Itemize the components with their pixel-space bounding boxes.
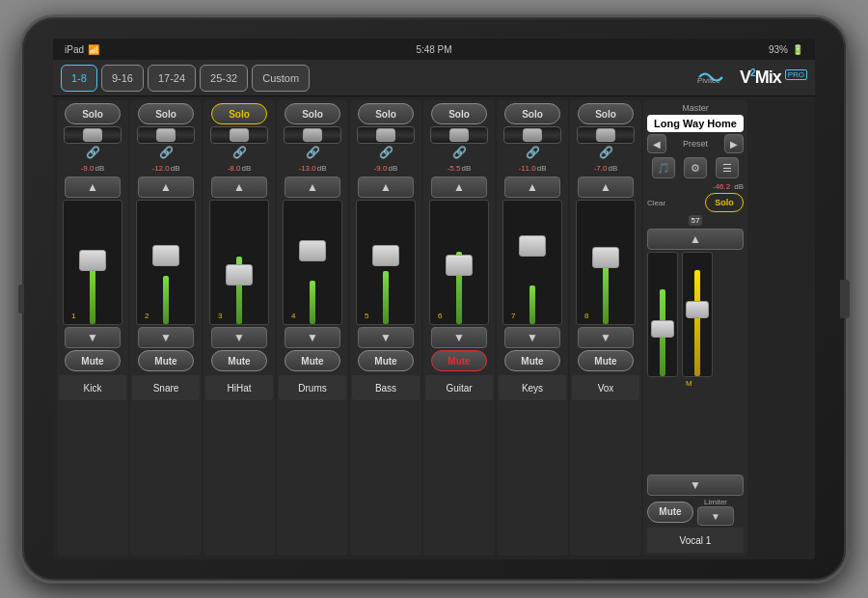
pan-slider-4[interactable] [284,126,341,144]
eq-icon-btn[interactable]: 🎵 [652,157,675,178]
channel-number-1: 1 [71,312,75,320]
fader-down-btn-5[interactable]: ▼ [358,327,414,348]
mute-btn-1[interactable]: Mute [65,350,121,371]
fader-up-btn-2[interactable]: ▲ [138,177,194,198]
mute-btn-6[interactable]: Mute [431,350,487,371]
mute-btn-8[interactable]: Mute [578,350,634,371]
pan-thumb-7 [523,128,542,142]
tab-17-24[interactable]: 17-24 [148,65,196,92]
master-fader-down-btn[interactable]: ▼ [647,475,744,496]
mute-btn-2[interactable]: Mute [138,350,194,371]
master-fader-thumb-2[interactable] [686,301,709,318]
master-fader-track-2[interactable] [682,252,713,377]
mute-btn-5[interactable]: Mute [358,350,414,371]
link-icon-1: 🔗 [86,146,100,159]
master-fader-track-1[interactable] [647,252,678,377]
fader-thumb-2[interactable] [152,245,179,266]
fader-track-2[interactable]: 2 [136,200,196,325]
fader-track-8[interactable]: 8 [576,200,636,325]
fader-down-btn-1[interactable]: ▼ [65,327,121,348]
solo-btn-1[interactable]: Solo [65,103,121,124]
pan-slider-5[interactable] [357,126,415,144]
channel-label-4: Drums [279,375,346,400]
fader-thumb-4[interactable] [299,240,326,261]
fader-thumb-6[interactable] [446,255,473,276]
pan-slider-1[interactable] [64,126,122,144]
preset-prev-btn[interactable]: ◀ [647,134,666,153]
channel-label-8: Vox [572,375,639,400]
fader-up-btn-5[interactable]: ▲ [358,177,414,198]
fader-up-btn-7[interactable]: ▲ [504,177,560,198]
channel-label-5: Bass [352,375,420,400]
db-label-6: -5.5 dB [448,161,472,175]
preset-next-btn[interactable]: ▶ [724,134,744,153]
solo-btn-8[interactable]: Solo [578,103,634,124]
fader-down-btn-2[interactable]: ▼ [138,327,194,348]
fader-thumb-5[interactable] [372,245,399,266]
fader-up-btn-3[interactable]: ▲ [211,177,267,198]
tab-25-32[interactable]: 25-32 [200,65,248,92]
level-bar-7 [529,285,535,324]
fader-thumb-1[interactable] [79,250,106,271]
fader-track-4[interactable]: 4 [283,200,342,325]
solo-btn-3[interactable]: Solo [211,103,267,124]
fader-down-btn-6[interactable]: ▼ [431,327,487,348]
menu-icon-btn[interactable]: ☰ [716,157,739,178]
master-mute-btn[interactable]: Mute [647,502,693,523]
limiter-label: Limiter [704,498,727,506]
mute-btn-3[interactable]: Mute [211,350,267,371]
fader-track-1[interactable]: 1 [63,200,122,325]
fader-track-3[interactable]: 3 [209,200,269,325]
fader-thumb-7[interactable] [519,235,546,257]
fader-up-btn-1[interactable]: ▲ [65,177,121,198]
fader-down-btn-8[interactable]: ▼ [578,327,634,348]
channel-label-6: Guitar [425,375,493,400]
mute-btn-4[interactable]: Mute [285,350,340,371]
fader-down-btn-3[interactable]: ▼ [211,327,267,348]
solo-btn-4[interactable]: Solo [285,103,340,124]
fader-track-5[interactable]: 5 [356,200,416,325]
pan-thumb-5 [376,128,395,142]
pivitec-logo: Pivitec [697,68,736,88]
ipad-device: iPad 📶 5:48 PM 93% 🔋 1-8 9-16 17-24 [19,14,849,584]
fader-track-7[interactable]: 7 [502,200,562,325]
home-button[interactable] [840,280,850,318]
pan-slider-2[interactable] [137,126,195,144]
fader-up-btn-8[interactable]: ▲ [578,177,634,198]
pan-slider-8[interactable] [577,126,635,144]
svg-text:Pivitec: Pivitec [697,76,720,85]
fader-up-btn-6[interactable]: ▲ [431,177,487,198]
pan-slider-3[interactable] [210,126,268,144]
master-solo-btn[interactable]: Solo [705,193,744,212]
fader-up-btn-4[interactable]: ▲ [285,177,340,198]
pan-slider-7[interactable] [503,126,561,144]
solo-btn-2[interactable]: Solo [138,103,194,124]
pan-thumb-2 [156,128,176,142]
fader-down-btn-7[interactable]: ▼ [504,327,560,348]
fader-thumb-3[interactable] [226,264,253,285]
solo-btn-7[interactable]: Solo [504,103,560,124]
fader-down-btn-4[interactable]: ▼ [285,327,340,348]
tab-9-16[interactable]: 9-16 [101,65,144,92]
num-badge: 57 [689,215,703,226]
limiter-btn[interactable]: ▼ [697,506,734,526]
master-fader-up-btn[interactable]: ▲ [647,229,744,250]
channel-number-8: 8 [584,312,588,320]
tab-custom[interactable]: Custom [252,65,310,92]
volume-button[interactable] [18,285,24,313]
pan-slider-6[interactable] [430,126,488,144]
master-panel: Master Long Way Home ◀ Preset ▶ 🎵 ⚙ ☰ -4… [643,100,747,556]
fader-thumb-8[interactable] [592,247,619,268]
mute-btn-7[interactable]: Mute [504,350,560,371]
fader-track-6[interactable]: 6 [429,200,489,325]
channel-strip-7: Solo 🔗 -11.0 dB ▲ 7 ▼ Mute Keys [497,100,568,556]
solo-btn-5[interactable]: Solo [358,103,414,124]
settings-icon-btn[interactable]: ⚙ [684,157,707,178]
master-fader-thumb-1[interactable] [651,320,674,338]
tab-1-8[interactable]: 1-8 [61,65,97,92]
solo-btn-6[interactable]: Solo [431,103,487,124]
db-label-4: -13.0 dB [298,161,326,175]
channel-strip-4: Solo 🔗 -13.0 dB ▲ 4 ▼ Mute Drums [277,100,348,556]
pan-thumb-1 [83,128,102,142]
mixer-area: Solo 🔗 -9.0 dB ▲ 1 ▼ Mute Kick Solo 🔗 -1… [53,96,815,559]
